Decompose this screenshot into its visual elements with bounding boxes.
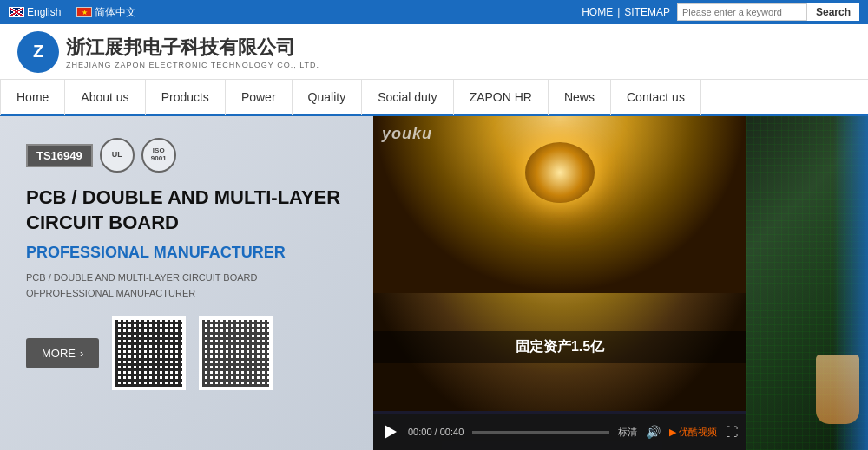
progress-bar[interactable] — [472, 431, 609, 434]
hero-title: PCB / DOUBLE AND MULTI-LAYERCIRCUIT BOAR… — [26, 186, 347, 235]
more-label: MORE — [42, 347, 76, 360]
flag-uk-icon — [9, 7, 24, 17]
top-bar: English ★ 简体中文 HOME | SITEMAP Search — [0, 0, 868, 24]
main-content: TS16949 UL ISO9001 PCB / DOUBLE AND MULT… — [0, 116, 868, 450]
site-header: Z 浙江展邦电子科技有限公司 ZHEJIANG ZAPON ELECTRONIC… — [0, 24, 868, 80]
youku-hd-badge[interactable]: ▶ 优酷视频 — [669, 426, 717, 439]
ts16949-badge: TS16949 — [26, 144, 93, 167]
top-nav-links: HOME | SITEMAP — [582, 6, 670, 18]
iso-cert-label: ISO9001 — [151, 147, 167, 163]
top-nav-right: HOME | SITEMAP Search — [582, 3, 859, 21]
hero-description: PCB / DOUBLE AND MULTI-LAYER CIRCUIT BOA… — [26, 271, 347, 301]
ul-cert-label: UL — [112, 151, 122, 160]
flag-cn-icon: ★ — [76, 7, 92, 17]
logo-icon: Z — [17, 31, 59, 73]
hero-subtitle: PROFESSIONAL MANUFACTURER — [26, 244, 347, 262]
lang-english[interactable]: English — [9, 6, 61, 18]
nav-power[interactable]: Power — [226, 79, 293, 115]
lang-english-label: English — [27, 6, 61, 18]
nav-news[interactable]: News — [549, 79, 611, 115]
qr-code-1 — [112, 316, 186, 390]
video-time: 00:00 / 00:40 — [408, 427, 464, 437]
qr-code-1-image — [115, 320, 182, 387]
youku-logo: youku — [382, 125, 432, 143]
video-controls: 00:00 / 00:40 标清 🔊 ▶ 优酷视频 ⛶ — [373, 414, 746, 450]
desc-line2: OFPROFESSIONAL MANUFACTURER — [26, 288, 195, 298]
nav-quality[interactable]: Quality — [293, 79, 363, 115]
volume-icon[interactable]: 🔊 — [646, 425, 661, 439]
nav-about[interactable]: About us — [65, 79, 145, 115]
search-input[interactable] — [677, 3, 807, 21]
ul-cert: UL — [100, 138, 135, 173]
play-icon — [385, 425, 397, 439]
language-switcher: English ★ 简体中文 — [9, 5, 136, 20]
logo-company-en: ZHEJIANG ZAPON ELECTRONIC TECHNOLOGY CO.… — [66, 61, 319, 69]
qr-code-2-image — [202, 320, 269, 387]
video-scene: youku 固定资产1.5亿 — [373, 116, 746, 411]
more-arrow-icon: › — [80, 347, 83, 360]
nav-contact[interactable]: Contact us — [611, 79, 701, 115]
top-nav-sitemap[interactable]: SITEMAP — [624, 6, 670, 18]
hand-element — [816, 355, 859, 424]
logo-text: 浙江展邦电子科技有限公司 ZHEJIANG ZAPON ELECTRONIC T… — [66, 35, 319, 69]
play-button[interactable] — [382, 423, 399, 440]
pcb-image — [746, 116, 868, 450]
video-panel: youku 固定资产1.5亿 00:00 / 00:40 标清 🔊 ▶ 优酷视频… — [373, 116, 746, 450]
fullscreen-icon[interactable]: ⛶ — [726, 425, 738, 439]
lang-chinese[interactable]: ★ 简体中文 — [76, 5, 136, 20]
more-button[interactable]: MORE › — [26, 338, 99, 368]
chandelier-body — [525, 142, 595, 203]
nav-hr[interactable]: ZAPON HR — [454, 79, 549, 115]
cert-badges: TS16949 UL ISO9001 — [26, 138, 347, 173]
video-overlay-text: 固定资产1.5亿 — [373, 331, 746, 363]
search-box: Search — [677, 3, 859, 21]
qr-code-2 — [199, 316, 273, 390]
top-nav-separator: | — [617, 6, 620, 18]
search-button[interactable]: Search — [807, 3, 859, 21]
hero-bottom-row: MORE › — [26, 316, 347, 390]
youku-hd-label: 优酷视频 — [679, 426, 717, 439]
time-current: 00:00 — [408, 427, 432, 437]
nav-products[interactable]: Products — [146, 79, 226, 115]
main-nav: Home About us Products Power Quality Soc… — [0, 80, 868, 116]
desc-line1: PCB / DOUBLE AND MULTI-LAYER CIRCUIT BOA… — [26, 272, 258, 283]
logo-company-cn: 浙江展邦电子科技有限公司 — [66, 35, 319, 61]
youku-hd-icon: ▶ — [669, 427, 676, 438]
chandelier — [508, 129, 612, 216]
hero-right-panel — [746, 116, 868, 450]
quality-label[interactable]: 标清 — [618, 426, 637, 439]
logo: Z 浙江展邦电子科技有限公司 ZHEJIANG ZAPON ELECTRONIC… — [17, 31, 319, 73]
hero-left-panel: TS16949 UL ISO9001 PCB / DOUBLE AND MULT… — [0, 116, 373, 450]
nav-social[interactable]: Social duty — [362, 79, 453, 115]
nav-home[interactable]: Home — [0, 79, 65, 115]
time-total: 00:40 — [440, 427, 464, 437]
top-nav-home[interactable]: HOME — [582, 6, 613, 18]
iso-cert: ISO9001 — [141, 138, 176, 173]
lang-chinese-label: 简体中文 — [95, 5, 136, 20]
